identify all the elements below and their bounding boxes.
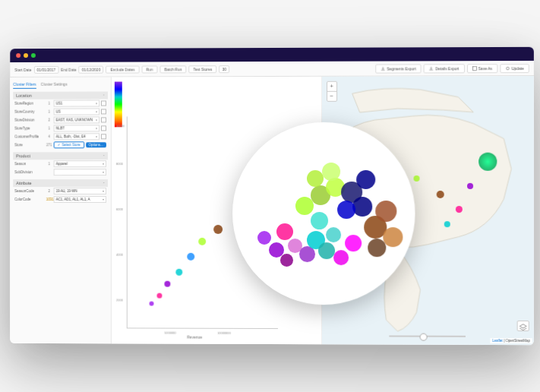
checkbox[interactable] <box>101 134 106 139</box>
subdivision-select[interactable]: ▾ <box>53 169 106 175</box>
checkbox[interactable] <box>101 117 106 122</box>
map-marker[interactable] <box>413 175 419 182</box>
map-marker[interactable] <box>466 183 472 189</box>
options-button[interactable]: Options... <box>85 142 106 147</box>
chevron-up-icon: ⌃ <box>102 154 104 158</box>
start-date-label: Start Date <box>14 67 31 71</box>
checkbox[interactable] <box>101 109 106 114</box>
chevron-up-icon: ⌃ <box>102 182 104 185</box>
section-product: Product⌃ Season1Apparel▾ SubDivision▾ <box>13 152 108 176</box>
section-attribute: Attribute⌃ SeasonCode219 AU, 19 WN▾ Colo… <box>13 179 108 204</box>
exclude-dates-button[interactable]: Exclude Dates <box>106 65 139 73</box>
location-header[interactable]: Location⌃ <box>13 92 108 100</box>
season-select[interactable]: Apparel▾ <box>53 160 106 167</box>
titlebar <box>10 47 534 62</box>
map-marker[interactable] <box>478 153 496 171</box>
sidebar: Cluster Filters Cluster Settings Locatio… <box>10 77 112 344</box>
content-area: Cluster Filters Cluster Settings Locatio… <box>10 76 534 345</box>
store-type-select[interactable]: NLBT▾ <box>53 125 99 131</box>
zoom-out-button[interactable]: − <box>327 92 336 101</box>
season-code-select[interactable]: 19 AU, 19 WN▾ <box>53 188 106 194</box>
layers-icon[interactable] <box>516 321 529 331</box>
zoom-in-button[interactable]: + <box>327 82 336 92</box>
maximize-icon[interactable] <box>30 53 35 58</box>
x-axis-label: Revenue <box>187 335 202 340</box>
sidebar-tabs: Cluster Filters Cluster Settings <box>13 81 108 89</box>
time-slider[interactable] <box>389 336 466 337</box>
app-window: Start Date 01/01/2017 End Date 01/12/202… <box>10 47 534 345</box>
main-area: 10000 8000 6000 4000 2000 5000000 100000… <box>111 76 533 345</box>
batch-run-button[interactable]: Batch Run <box>159 65 186 73</box>
run-button[interactable]: Run <box>141 65 157 73</box>
close-icon[interactable] <box>16 53 21 58</box>
start-date-input[interactable]: 01/01/2017 <box>33 65 58 73</box>
details-export-button[interactable]: Details Export <box>423 64 464 73</box>
tab-cluster-settings[interactable]: Cluster Settings <box>40 81 67 89</box>
attribute-header[interactable]: Attribute⌃ <box>13 179 108 187</box>
chevron-up-icon: ⌃ <box>102 93 104 97</box>
test-stores-button[interactable]: Test Stores <box>188 65 216 73</box>
tab-cluster-filters[interactable]: Cluster Filters <box>13 81 36 89</box>
map-attribution: Leaflet | OpenStreetMap <box>490 338 532 343</box>
product-header[interactable]: Product⌃ <box>13 152 108 160</box>
toolbar: Start Date 01/01/2017 End Date 01/12/202… <box>10 61 534 77</box>
store-country-select[interactable]: US▾ <box>53 108 99 115</box>
end-date-label: End Date <box>61 67 77 71</box>
color-code-select[interactable]: AC1, AD1, AL1, AL1, A▾ <box>53 196 106 203</box>
section-location: Location⌃ StoreRegion1US1▾ StoreCountry1… <box>13 92 108 150</box>
magnifier-lens <box>232 122 415 305</box>
minimize-icon[interactable] <box>24 53 28 58</box>
svg-rect-0 <box>472 66 476 70</box>
map-zoom-controls: + − <box>326 81 336 102</box>
update-button[interactable]: Update <box>500 63 529 72</box>
end-date-input[interactable]: 01/12/2020 <box>78 65 103 73</box>
test-stores-count-input[interactable]: 30 <box>219 65 229 73</box>
save-as-button[interactable]: Save As <box>466 64 497 73</box>
map-marker[interactable] <box>455 206 462 213</box>
store-division-select[interactable]: EAST, KAS, UNKNOWN▾ <box>53 116 99 123</box>
checkbox[interactable] <box>101 125 106 131</box>
map-marker[interactable] <box>436 191 444 198</box>
select-store-button[interactable]: ✓ Select Store <box>53 141 84 148</box>
customer-profile-select[interactable]: ALL, Both, -Dist, E4▾ <box>53 133 99 140</box>
checkbox[interactable] <box>101 100 106 106</box>
color-scale <box>114 82 122 128</box>
store-region-select[interactable]: US1▾ <box>53 100 99 106</box>
map-marker[interactable] <box>444 221 450 227</box>
segments-export-button[interactable]: Segments Export <box>375 64 422 73</box>
